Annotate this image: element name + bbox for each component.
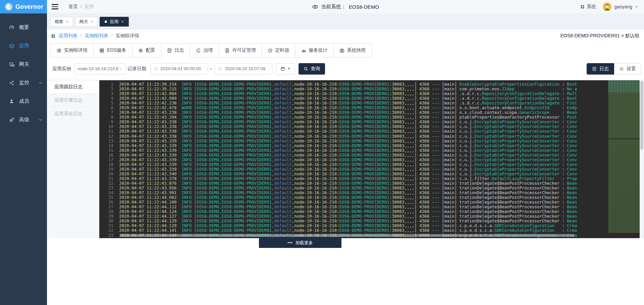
- sidebar-item-label: 网关: [19, 61, 29, 68]
- license-icon: [225, 48, 230, 53]
- page-breadcrumb-item[interactable]: 应用列表: [59, 33, 77, 38]
- log-line: 282020-04-07 11:22:44.124 INFO [EOS8-DEM…: [99, 209, 644, 214]
- log-line-number: 31: [99, 223, 113, 228]
- sidebar-item-monitor[interactable]: 监控: [0, 74, 47, 92]
- log-line-number: 11: [99, 129, 113, 134]
- toolbar-tab-instance-group-detail[interactable]: 实例组详情: [50, 43, 94, 57]
- toolbar-tab-timer[interactable]: 定时器: [262, 43, 296, 57]
- log-line: 262020-04-07 11:22:44.100 INFO [EOS8-DEM…: [99, 200, 644, 205]
- log-line-number: 26: [99, 200, 113, 205]
- page-breadcrumb-bar: 应用列表/实例组列表/实例组详情 EOS8-DEMO-PROVIDER01 > …: [47, 29, 644, 43]
- log-line: 102020-04-07 11:22:43.338 INFO [EOS8-DEM…: [99, 124, 644, 129]
- page-breadcrumb-item: 实例组详情: [116, 33, 139, 38]
- caret-down-icon: [287, 67, 290, 70]
- close-icon[interactable]: ×: [66, 19, 69, 24]
- date-from-value: 2020-04-01 00:00:00: [160, 66, 201, 71]
- log-nav-engine[interactable]: 应用引擎日志: [47, 94, 99, 107]
- toolbar-tab-label: 定时器: [275, 47, 289, 53]
- governor-logo-icon: [5, 3, 13, 11]
- log-lines: 12020-04-07 11:22:39.214 INFO [EOS8-DEMO…: [99, 82, 644, 238]
- sidebar-item-advanced[interactable]: 高级: [0, 111, 47, 129]
- caret-down-icon: [635, 5, 638, 8]
- log-line: 32020-04-07 11:22:42.084 INFO [EOS8-DEMO…: [99, 91, 644, 96]
- view-toggle-group: 日志 设置: [587, 63, 641, 75]
- gear-icon: [138, 48, 143, 53]
- dashboard-icon: [9, 25, 14, 30]
- log-line: 292020-04-07 11:22:44.127 INFO [EOS8-DEM…: [99, 214, 644, 219]
- sidebar-item-overview[interactable]: 概要: [0, 18, 47, 37]
- log-line-number: 14: [99, 143, 113, 148]
- log-line: 72020-04-07 11:22:43.238 INFO [EOS8-DEMO…: [99, 110, 644, 115]
- chevron-down-icon: [39, 81, 42, 85]
- topbar: 首页 / 应用 当前系统：EOS8-DEMO 系统: [47, 0, 644, 14]
- app-root: Governor 概要应用网关监控成员高级 首页 / 应用 当前系统：EOS8-…: [0, 0, 644, 305]
- clock-icon: [218, 67, 222, 71]
- calendar-icon: [280, 67, 285, 71]
- open-tab-label: 概要: [55, 19, 63, 25]
- log-line: 152020-04-07 11:22:43.339 INFO [EOS8-DEM…: [99, 148, 644, 153]
- settings-button[interactable]: 设置: [614, 63, 641, 75]
- date-from-input[interactable]: 2020-04-01 00:00:00: [150, 63, 208, 75]
- horizontal-scrollbar[interactable]: [120, 234, 575, 237]
- log-line-number: 3: [99, 91, 113, 96]
- log-line-number: 22: [99, 181, 113, 186]
- instance-select-value: node-10-16-16-210:EC: [77, 66, 119, 71]
- calendar-preset-button[interactable]: [276, 63, 295, 75]
- open-tab-应用[interactable]: 应用×: [100, 17, 129, 27]
- toolbar-tab-govern[interactable]: 治理: [190, 43, 219, 57]
- sidebar-item-member[interactable]: 成员: [0, 92, 47, 111]
- main-area: 首页 / 应用 当前系统：EOS8-DEMO 系统: [47, 0, 644, 305]
- close-icon[interactable]: ×: [91, 19, 94, 24]
- log-view-button[interactable]: 日志: [587, 63, 614, 75]
- snapshot-icon: [339, 48, 344, 53]
- log-line-number: 9: [99, 120, 113, 124]
- log-line-number: 2: [99, 87, 113, 91]
- breadcrumb-current: 应用: [85, 4, 94, 10]
- hamburger-menu-icon[interactable]: [52, 3, 60, 10]
- system-menu[interactable]: 系统: [580, 4, 596, 10]
- log-nav-system[interactable]: 应用系统日志: [47, 107, 99, 121]
- chevron-down-icon: [39, 118, 42, 122]
- settings-button-label: 设置: [627, 66, 636, 72]
- sidebar-item-label: 成员: [19, 98, 29, 104]
- close-icon[interactable]: ×: [121, 19, 124, 24]
- sidebar-item-gateway[interactable]: 网关: [0, 55, 47, 74]
- breadcrumb-home[interactable]: 首页: [68, 4, 78, 10]
- vertical-scrollbar[interactable]: [640, 80, 644, 238]
- log-nav-trace[interactable]: 应用跟踪日志: [47, 80, 99, 94]
- date-to-input[interactable]: 2020-04-20 15:07:09: [215, 63, 272, 75]
- instance-select[interactable]: node-10-16-16-210:EC: [74, 63, 125, 75]
- toolbar-tab-service-stats[interactable]: 服务统计: [295, 43, 334, 57]
- log-line-number: 23: [99, 186, 113, 190]
- vertical-scrollbar-thumb[interactable]: [640, 81, 643, 150]
- minimap[interactable]: [608, 80, 640, 233]
- log-viewer[interactable]: 12020-04-07 11:22:39.214 INFO [EOS8-DEMO…: [99, 80, 644, 238]
- toolbar-tab-label: 许可证管理: [232, 47, 256, 53]
- page-breadcrumb: 应用列表/实例组列表/实例组详情: [59, 33, 139, 39]
- grid-icon: [99, 48, 104, 53]
- topbar-right: 系统 gaoyang: [580, 2, 644, 11]
- sidebar-nav: 概要应用网关监控成员高级: [0, 18, 47, 129]
- user-menu[interactable]: gaoyang: [603, 2, 638, 11]
- toolbar-tab-snapshot[interactable]: 系统快照: [333, 43, 372, 57]
- log-line: 192020-04-07 11:22:43.339 INFO [EOS8-DEM…: [99, 167, 644, 172]
- brand[interactable]: Governor: [0, 0, 47, 13]
- toolbar-tab-config[interactable]: 配置: [132, 43, 161, 57]
- page-breadcrumb-item[interactable]: 实例组列表: [85, 33, 108, 38]
- toolbar-tab-eos-service[interactable]: EOS服务: [93, 43, 132, 57]
- query-button[interactable]: 查询: [299, 63, 325, 75]
- load-more-button[interactable]: ••• 加载更多: [259, 238, 341, 248]
- instance-group-context: EOS8-DEMO-PROVIDER01 > 默认组: [560, 33, 639, 39]
- log-line: 182020-04-07 11:22:43.339 INFO [EOS8-DEM…: [99, 162, 644, 167]
- log-line-number: 32: [99, 228, 113, 233]
- toolbar-tab-license[interactable]: 许可证管理: [219, 43, 262, 57]
- sidebar-item-label: 监控: [19, 80, 29, 86]
- toolbar-tab-log[interactable]: 日志: [161, 43, 190, 57]
- current-system-value: EOS8-DEMO: [349, 4, 379, 10]
- log-line: 242020-04-07 11:22:43.991 INFO [EOS8-DEM…: [99, 190, 644, 195]
- sidebar-item-app[interactable]: 应用: [0, 37, 47, 55]
- open-tab-概要[interactable]: 概要×: [50, 17, 73, 27]
- log-view-button-label: 日志: [599, 66, 609, 72]
- log-line: 142020-04-07 11:22:43.339 INFO [EOS8-DEM…: [99, 143, 644, 148]
- open-tab-网关[interactable]: 网关×: [75, 17, 98, 27]
